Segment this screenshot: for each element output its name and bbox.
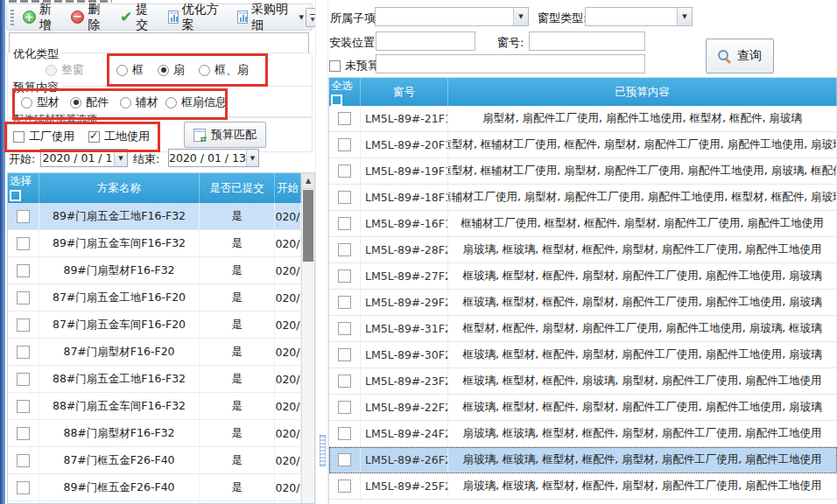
table-row[interactable]: LM5L-89#-30F28 框玻璃, 框型材, 框配件, 扇型材, 扇配件工厂…	[329, 342, 837, 368]
table-row[interactable]: LM5L-89#-25F23 扇玻璃, 框玻璃, 框型材, 框配件, 扇型材, …	[329, 473, 837, 500]
chevron-down-icon[interactable]: ▼	[114, 150, 127, 166]
row-checkbox[interactable]	[17, 210, 30, 223]
add-button[interactable]: 新增	[18, 0, 65, 35]
table-row[interactable]: LM5L-89#-18F16 框辅材工厂使用, 扇型材, 扇配件工厂使用, 扇配…	[329, 185, 837, 211]
radio-frame-sash[interactable]: 框、扇	[199, 62, 249, 78]
table-row[interactable]: LM5L-89#-22F20 框玻璃, 框型材, 框配件, 扇型材, 扇配件工厂…	[329, 395, 837, 421]
scroll-up-icon[interactable]: ▲	[302, 173, 314, 189]
row-checkbox[interactable]	[338, 164, 351, 178]
row-checkbox[interactable]	[17, 427, 30, 440]
table-row[interactable]: LM5L-89#-26F24 扇玻璃, 框玻璃, 框型材, 框配件, 扇型材, …	[329, 447, 837, 473]
radio-sash[interactable]: 扇	[158, 62, 185, 78]
budgeted-column-header[interactable]: 已预算内容	[448, 78, 837, 107]
table-row[interactable]: LM5L-89#-28F26 扇玻璃, 框玻璃, 框型材, 框配件, 扇型材, …	[329, 237, 837, 263]
scrollbar-thumb[interactable]	[303, 190, 313, 262]
table-row[interactable]: 87#门扇五金车间F16-F20 是 2020/0	[8, 312, 301, 339]
row-checkbox[interactable]	[17, 318, 30, 332]
row-checkbox[interactable]	[17, 454, 30, 467]
chevron-down-icon[interactable]: ▼	[246, 150, 258, 166]
table-row[interactable]: LM5L-89#-21F19 扇型材, 扇配件工厂使用, 扇配件工地使用, 框型…	[329, 106, 837, 132]
row-checkbox[interactable]	[17, 346, 30, 359]
radio-frame[interactable]: 框	[116, 62, 144, 78]
panel-splitter[interactable]	[315, 0, 328, 504]
window-no-column-header[interactable]: 窗号	[361, 78, 448, 107]
radio-frame-sash-info[interactable]: 框扇信息	[165, 94, 227, 110]
start-column-header[interactable]: 开始	[275, 173, 301, 203]
start-date-picker[interactable]: 2020 / 01 / 1 ▼	[40, 149, 128, 167]
row-checkbox[interactable]	[338, 374, 351, 388]
table-row[interactable]: 88#门扇五金工地F16-F32 是 2020/0	[8, 366, 301, 393]
row-checkbox[interactable]	[338, 138, 351, 151]
row-checkbox[interactable]	[338, 453, 351, 466]
row-checkbox[interactable]	[17, 400, 30, 413]
table-row[interactable]: 87#门框五金F26-F40 是 2020/0	[8, 447, 301, 474]
row-checkbox[interactable]	[338, 270, 351, 283]
row-checkbox[interactable]	[338, 191, 351, 204]
submitted-cell: 是	[200, 284, 275, 311]
radio-auxiliary[interactable]: 辅材	[120, 94, 158, 110]
install-pos-input[interactable]	[376, 32, 475, 51]
chevron-down-icon[interactable]: ▼	[513, 8, 528, 25]
select-all-checkbox[interactable]	[10, 190, 21, 201]
table-row[interactable]: LM5L-89#-20F18 框型材, 框辅材工厂使用, 框配件, 扇型材, 扇…	[329, 132, 837, 158]
table-row[interactable]: 87#门扇型材F16-F20 是 2020/0	[8, 339, 301, 366]
row-checkbox[interactable]	[338, 243, 351, 256]
radio-whole-window[interactable]: 整窗	[46, 62, 84, 78]
row-checkbox[interactable]	[338, 322, 351, 335]
window-no-input[interactable]	[529, 32, 645, 51]
start-date-cell: 2020/0	[275, 257, 301, 284]
optimize-plan-button[interactable]: 优化方案	[164, 0, 230, 35]
end-date-picker[interactable]: 2020 / 01 / 13 ▼	[168, 149, 259, 167]
row-checkbox[interactable]	[338, 348, 351, 361]
query-button[interactable]: 查询	[706, 38, 774, 74]
checkbox-factory-use[interactable]: 工厂使用	[13, 129, 74, 144]
splitter-handle[interactable]	[320, 435, 326, 466]
submitted-column-header[interactable]: 是否已提交	[200, 173, 275, 203]
radio-accessory[interactable]: 配件	[70, 94, 109, 110]
row-checkbox[interactable]	[338, 480, 351, 493]
plan-table-scrollbar[interactable]: ▲	[301, 173, 314, 503]
row-checkbox[interactable]	[17, 264, 30, 277]
row-checkbox[interactable]	[17, 373, 30, 386]
table-row[interactable]: LM5L-89#-19F17 框型材, 框辅材工厂使用, 扇型材, 扇配件工厂使…	[329, 158, 837, 185]
row-select-cell	[8, 312, 39, 338]
sub-item-combobox[interactable]: ▼	[375, 7, 529, 26]
row-checkbox[interactable]	[338, 401, 351, 414]
radio-profile[interactable]: 型材	[21, 94, 60, 110]
table-row[interactable]: LM5L-89#-16F15 框辅材工厂使用, 框型材, 框配件, 扇型材, 扇…	[329, 211, 837, 237]
table-row[interactable]: 89#门扇型材F16-F32 是 2020/0	[8, 257, 301, 284]
table-row[interactable]: LM5L-89#-31F29 框型材, 框配件, 扇型材, 扇配件工厂使用, 扇…	[329, 316, 837, 342]
checkbox-site-use[interactable]: 工地使用	[88, 129, 150, 144]
table-row[interactable]: 88#门扇型材F16-F32 是 2020/0	[8, 420, 301, 447]
row-checkbox[interactable]	[17, 291, 30, 304]
submit-button[interactable]: 提交	[116, 0, 161, 35]
row-checkbox[interactable]	[17, 481, 30, 494]
table-row[interactable]: 89#门扇五金车间F16-F32 是 2020/0	[8, 230, 301, 257]
table-row[interactable]: LM5L-89#-23F21 框玻璃, 框型材, 框配件, 扇玻璃, 扇型材, …	[329, 368, 837, 395]
budget-plan-window: 新增 删除 提交 优化方案 采购明细 ▼ 优化类型 整窗 框 扇	[0, 0, 837, 504]
toolbar-grip[interactable]	[11, 10, 14, 25]
no-budget-input[interactable]	[376, 54, 645, 74]
row-checkbox[interactable]	[17, 237, 30, 250]
table-row[interactable]: 89#门扇五金工地F16-F32 是 2020/0	[8, 203, 301, 230]
table-row[interactable]: LM5L-89#-27F25 框玻璃, 框型材, 框配件, 扇型材, 扇配件工厂…	[329, 263, 837, 290]
radio-label: 辅材	[136, 94, 158, 110]
plan-name-column-header[interactable]: 方案名称	[39, 173, 200, 203]
chevron-down-icon[interactable]: ▼	[677, 8, 692, 25]
start-date-value: 2020 / 01 / 1	[41, 151, 114, 164]
table-row[interactable]: 87#门扇五金工地F16-F20 是 2020/0	[8, 284, 301, 312]
row-checkbox[interactable]	[338, 427, 351, 440]
table-row[interactable]: 89#门框五金F26-F40 是 2020/0	[8, 474, 301, 501]
row-checkbox[interactable]	[338, 296, 351, 309]
table-row[interactable]: LM5L-89#-29F27 框玻璃, 框型材, 框配件, 扇型材, 扇配件工厂…	[329, 290, 837, 316]
table-row[interactable]: 88#门扇五金车间F16-F32 是 2020/0	[8, 393, 301, 420]
row-checkbox[interactable]	[338, 112, 351, 125]
row-checkbox[interactable]	[338, 217, 351, 230]
select-all-checkbox[interactable]	[331, 94, 342, 106]
table-row[interactable]: LM5L-89#-24F22 扇玻璃, 框玻璃, 框型材, 框配件, 扇型材, …	[329, 421, 837, 447]
start-date-cell: 2020/0	[275, 284, 301, 311]
delete-button[interactable]: 删除	[67, 0, 113, 35]
window-type-combobox[interactable]: ▼	[585, 7, 693, 26]
budget-match-button[interactable]: 预算匹配	[184, 122, 266, 148]
purchase-detail-button[interactable]: 采购明细 ▼	[233, 0, 308, 35]
